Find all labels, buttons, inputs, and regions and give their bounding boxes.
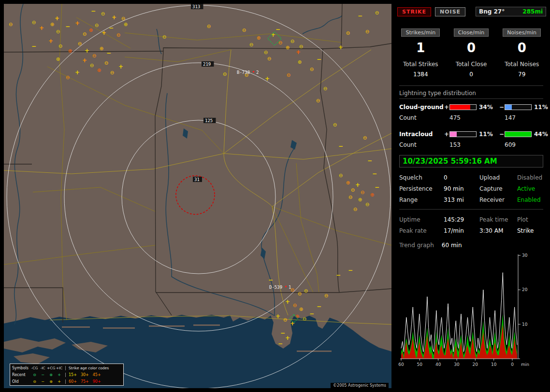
strikes-per-min-chip: Strikes/min — [401, 28, 440, 37]
strike-symbol: ⊖ — [66, 75, 70, 80]
pos-ic-symbol: + — [55, 379, 63, 384]
strike-symbol: + — [265, 75, 270, 82]
cg-negative-pct: 11% — [532, 104, 548, 111]
strike-symbol: ⊖ — [293, 303, 297, 308]
noise-button[interactable]: NOISE — [435, 7, 465, 16]
strike-symbol: ⊖ — [353, 207, 357, 212]
strike-symbol: ⊖ — [348, 195, 352, 200]
noises-per-min-value: 0 — [496, 41, 547, 55]
age-code: 90+ — [93, 379, 101, 384]
strike-symbol: − — [367, 157, 372, 164]
station-dot — [253, 71, 254, 72]
strike-symbol: ⊖ — [361, 190, 364, 195]
upload-label: Upload — [479, 174, 517, 181]
neg-cg-symbol: ⊖ — [30, 379, 39, 384]
strike-symbol: − — [91, 8, 96, 14]
strike-symbol: ⊖ — [207, 24, 211, 29]
x-tick-label: 40 — [435, 362, 441, 367]
legend-recent-label: Recent — [12, 373, 30, 377]
y-tick-label: 30 — [522, 253, 528, 258]
peak-time-value: 3:30 AM — [479, 227, 517, 234]
strike-symbol: − — [336, 272, 341, 279]
strike-button[interactable]: STRIKE — [397, 7, 431, 16]
legend-symbols-title: Symbols — [12, 366, 30, 370]
strike-symbol: + — [296, 49, 301, 56]
strike-symbol: ⊖ — [56, 29, 60, 34]
squelch-label: Squelch — [399, 174, 444, 181]
noises-per-min-chip: Noises/min — [503, 28, 541, 37]
ic-negative-bar — [505, 131, 532, 137]
range-label: Range — [399, 196, 444, 203]
ic-count-label: Count — [399, 141, 444, 148]
receiver-label: Receiver — [479, 196, 517, 203]
range-ring-label: 219 — [203, 62, 211, 67]
strike-symbol: ⊕ — [56, 56, 60, 62]
strike-symbol: ⊖ — [264, 50, 268, 55]
ic-positive-pct: 11% — [477, 131, 499, 138]
strike-symbol: ⊖ — [303, 316, 306, 322]
x-tick-label: 30 — [454, 362, 460, 367]
strike-symbol: + — [48, 38, 53, 44]
age-code: 30+ — [81, 373, 89, 377]
legend-recent-row: Recent ⊖ − ⊕ + 15+ 30+ 45+ — [10, 371, 123, 378]
strike-symbol: + — [85, 47, 89, 54]
strike-symbol: + — [355, 182, 360, 188]
strike-symbol: ⊖ — [58, 43, 62, 49]
close-per-min-chip: Close/min — [454, 28, 489, 37]
strike-symbol: − — [317, 303, 321, 310]
strike-symbol: − — [280, 330, 285, 336]
lightning-map[interactable]: 31321912531⊖+⊕⊖−+⊖⊕⊖+−⊖⊕⊖+⊖⊕⊖+⊖⊕−+⊖⊕⊖+⊖⊕… — [4, 4, 391, 388]
noises-column: Noises/min 0 Total Noises 79 — [496, 27, 547, 78]
age-code: 75+ — [81, 379, 89, 384]
strike-symbol: ⊖ — [304, 288, 308, 294]
rate-stats: Strikes/min 1 Total Strikes 1384 Close/m… — [395, 27, 547, 78]
x-tick-label: 50 — [417, 362, 423, 367]
strike-symbol: − — [317, 56, 321, 63]
strike-symbol: − — [106, 50, 111, 56]
map-canvas[interactable]: 31321912531⊖+⊕⊖−+⊖⊕⊖+−⊖⊕⊖+⊖⊕⊖+⊖⊕−+⊖⊕⊖+⊖⊕… — [4, 4, 391, 388]
strike-symbol: ⊖ — [110, 70, 114, 75]
capture-value: Active — [517, 185, 543, 192]
range-ring-label: 31 — [194, 177, 200, 182]
strike-symbol: + — [290, 320, 295, 327]
strike-symbol: ⊖ — [310, 67, 314, 72]
panel-toolbar: STRIKE NOISE Bng 27° 285mi — [397, 7, 546, 16]
trend-chart-canvas: 1020306050403020100min — [397, 252, 542, 373]
strike-symbol: ⊖ — [278, 40, 282, 45]
strike-symbol: ⊖ — [365, 29, 369, 34]
strike-symbol: ⊖ — [162, 34, 166, 40]
strike-symbol: ⊖ — [298, 291, 302, 296]
trend-header: Trend graph 60 min — [399, 242, 543, 249]
strike-symbol: ⊖ — [324, 293, 328, 298]
cg-negative-count: 147 — [505, 114, 532, 121]
squelch-value: 0 — [444, 174, 479, 181]
strike-symbol: ⊖ — [92, 53, 96, 58]
persistence-value: 90 min — [444, 185, 479, 192]
peak-rate-label: Peak rate — [399, 227, 444, 234]
strike-symbol: ⊕ — [358, 197, 362, 202]
strike-symbol: ⊖ — [333, 122, 337, 127]
x-axis-unit: min — [521, 362, 529, 367]
strikes-per-min-value: 1 — [395, 41, 446, 55]
strike-symbol: ⊖ — [283, 317, 287, 322]
plus-sign: + — [444, 131, 449, 138]
station-count: 2 — [256, 70, 259, 75]
ic-positive-count: 153 — [449, 141, 477, 148]
strike-symbol: ⊖ — [299, 44, 303, 49]
strike-symbol: ⊕ — [124, 22, 128, 27]
pos-ic-symbol: + — [55, 373, 63, 377]
strike-symbol: − — [348, 267, 353, 274]
strike-symbol: + — [118, 63, 123, 70]
legend-col-neg-ic: -IC — [39, 366, 47, 370]
uptime-value: 145:29 — [444, 216, 479, 223]
legend-header-row: Symbols -CG -IC +CG +IC Strike age color… — [10, 364, 123, 371]
strike-symbol: ⊖ — [121, 16, 125, 21]
strike-symbol: − — [372, 170, 377, 177]
strike-symbol: ⊖ — [365, 202, 369, 207]
strike-symbol: − — [309, 310, 314, 317]
strike-symbol: + — [39, 25, 44, 31]
strike-symbol: ⊕ — [286, 45, 289, 50]
neg-cg-symbol: ⊖ — [30, 373, 39, 377]
strike-symbol: ⊕ — [346, 180, 350, 185]
strike-symbol: ⊕ — [298, 59, 302, 65]
